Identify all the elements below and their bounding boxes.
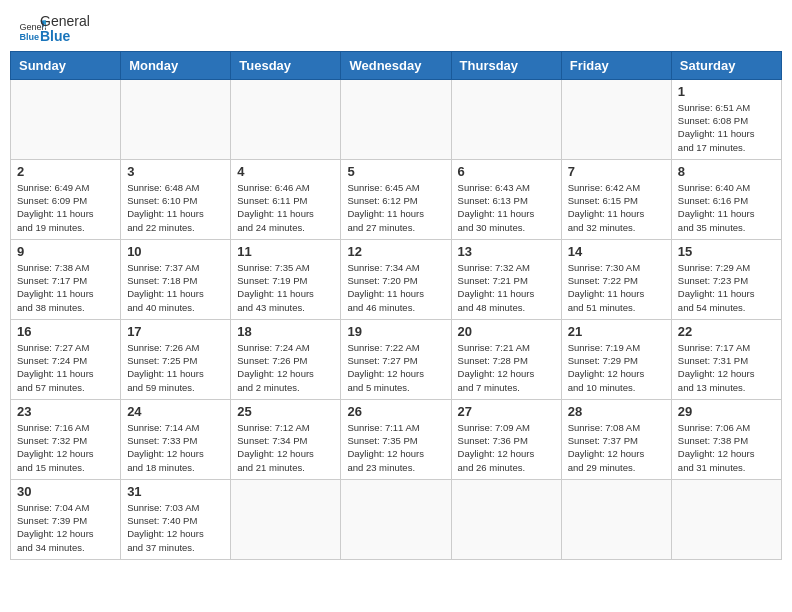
calendar-cell: [231, 79, 341, 159]
day-number: 3: [127, 164, 224, 179]
calendar-cell: [341, 79, 451, 159]
day-number: 9: [17, 244, 114, 259]
weekday-header-wednesday: Wednesday: [341, 51, 451, 79]
calendar-table: SundayMondayTuesdayWednesdayThursdayFrid…: [10, 51, 782, 560]
weekday-header-thursday: Thursday: [451, 51, 561, 79]
day-info: Sunrise: 6:40 AM Sunset: 6:16 PM Dayligh…: [678, 181, 775, 234]
calendar-cell: 13Sunrise: 7:32 AM Sunset: 7:21 PM Dayli…: [451, 239, 561, 319]
day-info: Sunrise: 7:30 AM Sunset: 7:22 PM Dayligh…: [568, 261, 665, 314]
header: General Blue General Blue: [0, 0, 792, 51]
day-number: 5: [347, 164, 444, 179]
weekday-header-tuesday: Tuesday: [231, 51, 341, 79]
calendar-cell: 30Sunrise: 7:04 AM Sunset: 7:39 PM Dayli…: [11, 479, 121, 559]
calendar-cell: [561, 479, 671, 559]
day-number: 16: [17, 324, 114, 339]
page-container: General Blue General Blue SundayMondayTu…: [0, 0, 792, 570]
calendar-cell: 23Sunrise: 7:16 AM Sunset: 7:32 PM Dayli…: [11, 399, 121, 479]
weekday-header-monday: Monday: [121, 51, 231, 79]
calendar-cell: 9Sunrise: 7:38 AM Sunset: 7:17 PM Daylig…: [11, 239, 121, 319]
calendar-wrapper: SundayMondayTuesdayWednesdayThursdayFrid…: [0, 51, 792, 570]
day-number: 15: [678, 244, 775, 259]
day-number: 25: [237, 404, 334, 419]
day-number: 7: [568, 164, 665, 179]
day-info: Sunrise: 7:16 AM Sunset: 7:32 PM Dayligh…: [17, 421, 114, 474]
day-info: Sunrise: 6:48 AM Sunset: 6:10 PM Dayligh…: [127, 181, 224, 234]
calendar-cell: [671, 479, 781, 559]
day-info: Sunrise: 7:06 AM Sunset: 7:38 PM Dayligh…: [678, 421, 775, 474]
calendar-cell: 8Sunrise: 6:40 AM Sunset: 6:16 PM Daylig…: [671, 159, 781, 239]
day-info: Sunrise: 7:29 AM Sunset: 7:23 PM Dayligh…: [678, 261, 775, 314]
day-info: Sunrise: 6:42 AM Sunset: 6:15 PM Dayligh…: [568, 181, 665, 234]
day-info: Sunrise: 7:08 AM Sunset: 7:37 PM Dayligh…: [568, 421, 665, 474]
day-info: Sunrise: 7:11 AM Sunset: 7:35 PM Dayligh…: [347, 421, 444, 474]
weekday-header-saturday: Saturday: [671, 51, 781, 79]
calendar-body: 1Sunrise: 6:51 AM Sunset: 6:08 PM Daylig…: [11, 79, 782, 559]
day-info: Sunrise: 7:22 AM Sunset: 7:27 PM Dayligh…: [347, 341, 444, 394]
calendar-cell: 20Sunrise: 7:21 AM Sunset: 7:28 PM Dayli…: [451, 319, 561, 399]
calendar-week-row: 9Sunrise: 7:38 AM Sunset: 7:17 PM Daylig…: [11, 239, 782, 319]
day-number: 27: [458, 404, 555, 419]
calendar-cell: 19Sunrise: 7:22 AM Sunset: 7:27 PM Dayli…: [341, 319, 451, 399]
calendar-cell: 27Sunrise: 7:09 AM Sunset: 7:36 PM Dayli…: [451, 399, 561, 479]
calendar-cell: 21Sunrise: 7:19 AM Sunset: 7:29 PM Dayli…: [561, 319, 671, 399]
logo: General Blue General Blue: [18, 14, 90, 45]
calendar-cell: 12Sunrise: 7:34 AM Sunset: 7:20 PM Dayli…: [341, 239, 451, 319]
calendar-cell: 17Sunrise: 7:26 AM Sunset: 7:25 PM Dayli…: [121, 319, 231, 399]
calendar-cell: [561, 79, 671, 159]
calendar-week-row: 16Sunrise: 7:27 AM Sunset: 7:24 PM Dayli…: [11, 319, 782, 399]
calendar-cell: 26Sunrise: 7:11 AM Sunset: 7:35 PM Dayli…: [341, 399, 451, 479]
day-number: 4: [237, 164, 334, 179]
day-info: Sunrise: 7:37 AM Sunset: 7:18 PM Dayligh…: [127, 261, 224, 314]
calendar-cell: 16Sunrise: 7:27 AM Sunset: 7:24 PM Dayli…: [11, 319, 121, 399]
day-info: Sunrise: 7:14 AM Sunset: 7:33 PM Dayligh…: [127, 421, 224, 474]
calendar-week-row: 2Sunrise: 6:49 AM Sunset: 6:09 PM Daylig…: [11, 159, 782, 239]
day-info: Sunrise: 7:27 AM Sunset: 7:24 PM Dayligh…: [17, 341, 114, 394]
day-number: 14: [568, 244, 665, 259]
calendar-cell: 11Sunrise: 7:35 AM Sunset: 7:19 PM Dayli…: [231, 239, 341, 319]
weekday-header-row: SundayMondayTuesdayWednesdayThursdayFrid…: [11, 51, 782, 79]
calendar-cell: [11, 79, 121, 159]
calendar-cell: 28Sunrise: 7:08 AM Sunset: 7:37 PM Dayli…: [561, 399, 671, 479]
day-number: 18: [237, 324, 334, 339]
day-info: Sunrise: 7:34 AM Sunset: 7:20 PM Dayligh…: [347, 261, 444, 314]
day-info: Sunrise: 7:19 AM Sunset: 7:29 PM Dayligh…: [568, 341, 665, 394]
calendar-cell: 5Sunrise: 6:45 AM Sunset: 6:12 PM Daylig…: [341, 159, 451, 239]
day-number: 20: [458, 324, 555, 339]
day-number: 17: [127, 324, 224, 339]
calendar-cell: 3Sunrise: 6:48 AM Sunset: 6:10 PM Daylig…: [121, 159, 231, 239]
calendar-week-row: 23Sunrise: 7:16 AM Sunset: 7:32 PM Dayli…: [11, 399, 782, 479]
calendar-cell: [451, 479, 561, 559]
day-info: Sunrise: 6:43 AM Sunset: 6:13 PM Dayligh…: [458, 181, 555, 234]
calendar-cell: [341, 479, 451, 559]
calendar-cell: 2Sunrise: 6:49 AM Sunset: 6:09 PM Daylig…: [11, 159, 121, 239]
day-number: 19: [347, 324, 444, 339]
day-number: 24: [127, 404, 224, 419]
day-info: Sunrise: 7:03 AM Sunset: 7:40 PM Dayligh…: [127, 501, 224, 554]
calendar-cell: 18Sunrise: 7:24 AM Sunset: 7:26 PM Dayli…: [231, 319, 341, 399]
day-number: 28: [568, 404, 665, 419]
calendar-cell: 14Sunrise: 7:30 AM Sunset: 7:22 PM Dayli…: [561, 239, 671, 319]
calendar-cell: 10Sunrise: 7:37 AM Sunset: 7:18 PM Dayli…: [121, 239, 231, 319]
day-info: Sunrise: 6:46 AM Sunset: 6:11 PM Dayligh…: [237, 181, 334, 234]
calendar-cell: [451, 79, 561, 159]
calendar-cell: 6Sunrise: 6:43 AM Sunset: 6:13 PM Daylig…: [451, 159, 561, 239]
day-info: Sunrise: 6:51 AM Sunset: 6:08 PM Dayligh…: [678, 101, 775, 154]
day-info: Sunrise: 7:35 AM Sunset: 7:19 PM Dayligh…: [237, 261, 334, 314]
day-info: Sunrise: 7:32 AM Sunset: 7:21 PM Dayligh…: [458, 261, 555, 314]
day-info: Sunrise: 7:38 AM Sunset: 7:17 PM Dayligh…: [17, 261, 114, 314]
day-number: 10: [127, 244, 224, 259]
day-info: Sunrise: 6:49 AM Sunset: 6:09 PM Dayligh…: [17, 181, 114, 234]
calendar-cell: 25Sunrise: 7:12 AM Sunset: 7:34 PM Dayli…: [231, 399, 341, 479]
calendar-cell: [121, 79, 231, 159]
day-info: Sunrise: 7:24 AM Sunset: 7:26 PM Dayligh…: [237, 341, 334, 394]
calendar-cell: 22Sunrise: 7:17 AM Sunset: 7:31 PM Dayli…: [671, 319, 781, 399]
day-info: Sunrise: 7:09 AM Sunset: 7:36 PM Dayligh…: [458, 421, 555, 474]
calendar-cell: 24Sunrise: 7:14 AM Sunset: 7:33 PM Dayli…: [121, 399, 231, 479]
day-number: 13: [458, 244, 555, 259]
day-number: 2: [17, 164, 114, 179]
day-info: Sunrise: 6:45 AM Sunset: 6:12 PM Dayligh…: [347, 181, 444, 234]
day-info: Sunrise: 7:17 AM Sunset: 7:31 PM Dayligh…: [678, 341, 775, 394]
day-number: 8: [678, 164, 775, 179]
calendar-cell: 7Sunrise: 6:42 AM Sunset: 6:15 PM Daylig…: [561, 159, 671, 239]
day-number: 1: [678, 84, 775, 99]
